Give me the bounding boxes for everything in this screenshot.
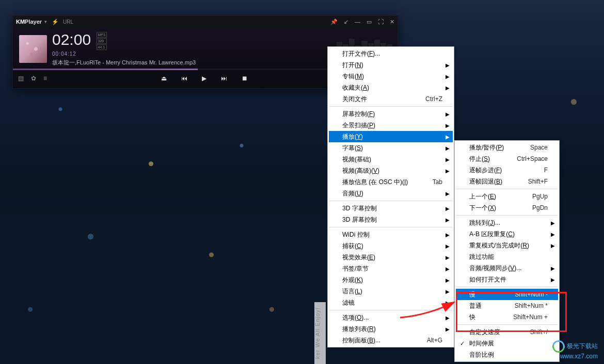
close-icon[interactable]: ✕ xyxy=(390,19,394,25)
main-menu-item-19[interactable]: 捕获(C)▶ xyxy=(329,240,453,252)
main-menu-item-6[interactable]: 屏幕控制(F)▶ xyxy=(329,108,453,120)
submenu-arrow-icon: ▶ xyxy=(446,206,450,211)
url-label[interactable]: URL xyxy=(63,19,73,25)
menu-item-shortcut: Shift+F xyxy=(528,178,548,185)
titlebar: KMPlayer ▼ ⚡ URL 📌 ↙ — ▭ ⛶ ✕ xyxy=(13,16,398,27)
play-menu-item-6[interactable]: 下一个(X)PgDn xyxy=(456,202,558,213)
main-menu-item-0[interactable]: 打开文件(F)... xyxy=(329,48,453,59)
lightning-icon[interactable]: ⚡ xyxy=(52,19,59,25)
main-menu-item-1[interactable]: 打开(N)▶ xyxy=(329,59,453,71)
menu-item-label: 自定义速度 xyxy=(469,328,500,337)
play-menu-item-19[interactable]: 自定义速度Shift+/ xyxy=(456,326,558,338)
submenu-arrow-icon: ▶ xyxy=(446,289,450,294)
menu-item-label: 打开文件(F)... xyxy=(342,49,380,58)
main-menu-item-11[interactable]: 视频(高级)(V)▶ xyxy=(329,165,453,176)
submenu-arrow-icon: ▶ xyxy=(446,123,450,128)
settings-icon[interactable]: ✿ xyxy=(31,75,36,82)
main-menu-separator xyxy=(329,106,452,107)
play-menu-item-20[interactable]: ✓时间伸展 xyxy=(456,338,558,349)
play-menu-item-9[interactable]: A-B 区段重复(C)▶ xyxy=(456,228,558,240)
main-menu-item-4[interactable]: 关闭文件Ctrl+Z xyxy=(329,93,453,105)
submenu-arrow-icon: ▶ xyxy=(446,157,450,162)
play-menu-item-3[interactable]: 逐帧回退(B)Shift+F xyxy=(456,176,558,187)
menu-item-label: 播放信息 (在 OSC 中)(I) xyxy=(342,178,408,187)
play-menu-separator xyxy=(456,215,558,216)
menu-item-shortcut: Shift+/ xyxy=(530,328,548,336)
play-menu-item-5[interactable]: 上一个(E)PgUp xyxy=(456,191,558,202)
submenu-arrow-icon: ▶ xyxy=(446,111,450,117)
main-menu-item-26[interactable]: 选项(O)...▶ xyxy=(329,312,453,323)
main-menu-item-9[interactable]: 字幕(S)▶ xyxy=(329,142,453,154)
main-menu-item-12[interactable]: 播放信息 (在 OSC 中)(I)Tab xyxy=(329,176,453,188)
minimize-icon[interactable]: — xyxy=(355,19,360,25)
app-logo[interactable]: KMPlayer xyxy=(16,19,42,25)
main-menu-item-15[interactable]: 3D 字幕控制▶ xyxy=(329,203,453,214)
play-menu-item-11[interactable]: 跳过功能 xyxy=(456,251,558,262)
menu-item-shortcut: PgUp xyxy=(532,193,548,200)
menu-item-label: 停止(S) xyxy=(469,155,490,163)
play-menu-item-12[interactable]: 音频/视频同步(V)...▶ xyxy=(456,262,558,274)
main-menu-item-23[interactable]: 语言(L)▶ xyxy=(329,286,453,297)
main-menu-item-2[interactable]: 专辑(M)▶ xyxy=(329,71,453,82)
play-menu-item-13[interactable]: 如何打开文件▶ xyxy=(456,274,558,285)
main-menu-item-7[interactable]: 全景扫描(P)▶ xyxy=(329,120,453,131)
menu-item-shortcut: Shift+Num * xyxy=(515,302,548,309)
play-menu-item-21[interactable]: 音阶比例 xyxy=(456,349,558,360)
restore-icon[interactable]: ▭ xyxy=(367,19,372,25)
prev-icon[interactable]: ⏮ xyxy=(181,75,187,82)
menu-item-shortcut: Shift+Num + xyxy=(513,313,548,321)
chevron-down-icon[interactable]: ▼ xyxy=(43,20,47,24)
play-icon[interactable]: ▶ xyxy=(202,75,206,82)
menu-item-label: 字幕(S) xyxy=(342,144,363,153)
menu-item-label: 音频(U) xyxy=(342,189,363,198)
playlist-icon[interactable]: ▤ xyxy=(18,75,24,82)
pin-icon[interactable]: 📌 xyxy=(330,19,338,25)
main-menu-item-28[interactable]: 控制面板(B)...Alt+G xyxy=(329,335,453,346)
menu-item-label: 滤镜 xyxy=(342,299,355,307)
compact-icon[interactable]: ↙ xyxy=(344,19,348,25)
menu-item-label: 如何打开文件 xyxy=(469,275,506,284)
menu-item-label: 播放/暂停(P) xyxy=(469,143,504,152)
submenu-arrow-icon: ▶ xyxy=(446,326,450,332)
album-art[interactable] xyxy=(19,35,47,63)
play-menu-item-0[interactable]: 播放/暂停(P)Space xyxy=(456,142,558,153)
main-menu-item-21[interactable]: 书签/章节▶ xyxy=(329,263,453,274)
menu-item-shortcut: Ctrl+Z xyxy=(425,95,442,103)
menu-item-label: 3D 屏幕控制 xyxy=(342,216,377,224)
elapsed-time: 02:00 xyxy=(52,32,91,47)
main-menu-item-18[interactable]: WiDi 控制▶ xyxy=(329,229,453,240)
menu-item-label: 重复模式/当完成时(R) xyxy=(469,241,529,250)
main-menu-item-13[interactable]: 音频(U)▶ xyxy=(329,188,453,199)
play-menu-item-8[interactable]: 跳转到(J)...▶ xyxy=(456,217,558,228)
play-menu-item-1[interactable]: 停止(S)Ctrl+Space xyxy=(456,153,558,164)
main-menu-item-20[interactable]: 视觉效果(E)▶ xyxy=(329,252,453,263)
main-menu-item-3[interactable]: 收藏夹(A)▶ xyxy=(329,82,453,93)
play-menu-item-16[interactable]: 普通Shift+Num * xyxy=(456,300,558,311)
menu-item-shortcut: F xyxy=(544,167,548,174)
submenu-arrow-icon: ▶ xyxy=(446,277,450,283)
watermark-side: ker We All Enjoy! xyxy=(314,302,326,364)
menu-item-label: 视频(高级)(V) xyxy=(342,167,379,175)
play-menu-separator xyxy=(456,324,558,325)
submenu-arrow-icon: ▶ xyxy=(551,277,555,283)
submenu-arrow-icon: ▶ xyxy=(446,255,450,260)
play-menu-item-10[interactable]: 重复模式/当完成时(R)▶ xyxy=(456,240,558,251)
menu-item-label: 跳转到(J)... xyxy=(469,219,500,227)
main-menu-item-8[interactable]: 播放(Y)▶ xyxy=(329,131,453,142)
eject-icon[interactable]: ⏏ xyxy=(161,75,167,82)
menu-item-label: 视频(基础) xyxy=(342,155,371,164)
list-icon[interactable]: ≡ xyxy=(43,75,47,82)
main-menu-item-24[interactable]: 滤镜▶ xyxy=(329,297,453,308)
main-menu-item-22[interactable]: 外观(K)▶ xyxy=(329,274,453,286)
play-menu-item-2[interactable]: 逐帧步进(F)F xyxy=(456,164,558,176)
stop-icon[interactable]: ⏹ xyxy=(242,75,248,82)
play-menu-item-15[interactable]: 慢Shift+Num - xyxy=(456,289,558,300)
fullscreen-icon[interactable]: ⛶ xyxy=(378,19,384,25)
main-menu-item-16[interactable]: 3D 屏幕控制▶ xyxy=(329,214,453,225)
main-menu-item-10[interactable]: 视频(基础)▶ xyxy=(329,154,453,165)
play-menu-item-17[interactable]: 快Shift+Num + xyxy=(456,311,558,323)
main-menu-item-27[interactable]: 播放列表(R)▶ xyxy=(329,323,453,335)
main-menu-separator xyxy=(329,310,452,310)
next-icon[interactable]: ⏭ xyxy=(221,75,227,82)
menu-item-label: A-B 区段重复(C) xyxy=(469,230,515,239)
